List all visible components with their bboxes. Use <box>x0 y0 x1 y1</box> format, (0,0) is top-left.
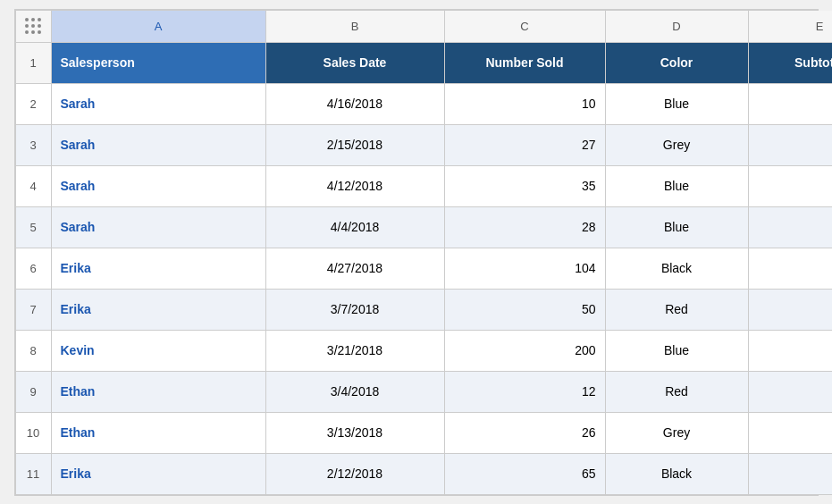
cell-number-sold[interactable]: 27 <box>445 125 606 166</box>
cell-sales-date[interactable]: 2/12/2018 <box>266 454 445 495</box>
cell-number-sold[interactable]: 35 <box>445 166 606 207</box>
cell-sales-date[interactable]: 3/7/2018 <box>266 290 445 331</box>
cell-salesperson[interactable]: Sarah <box>52 207 266 248</box>
row-num-3: 3 <box>16 125 52 166</box>
cell-sales-date[interactable]: 3/21/2018 <box>266 331 445 372</box>
row-num-11: 11 <box>16 454 52 495</box>
cell-subtotal[interactable]: $54.08 <box>749 413 833 454</box>
col-header-b[interactable]: B <box>266 11 445 43</box>
cell-salesperson[interactable]: Sarah <box>52 84 266 125</box>
cell-salesperson[interactable]: Ethan <box>52 413 266 454</box>
grid: A B C D E 1 Salesperson Sales Date Numbe… <box>15 10 818 495</box>
cell-subtotal[interactable]: $216.32 <box>749 248 833 290</box>
cell-number-sold[interactable]: 10 <box>445 84 606 125</box>
row-num-9: 9 <box>16 372 52 413</box>
cell-color[interactable]: Black <box>606 248 749 290</box>
cell-sales-date[interactable]: 4/4/2018 <box>266 207 445 248</box>
grid-icon <box>25 18 42 35</box>
header-salesperson: Salesperson <box>52 43 266 84</box>
cell-color[interactable]: Blue <box>606 207 749 248</box>
cell-number-sold[interactable]: 200 <box>445 331 606 372</box>
row-num-2: 2 <box>16 84 52 125</box>
cell-color[interactable]: Blue <box>606 84 749 125</box>
spreadsheet: A B C D E 1 Salesperson Sales Date Numbe… <box>14 9 819 496</box>
cell-salesperson[interactable]: Kevin <box>52 331 266 372</box>
col-header-a[interactable]: A <box>52 11 266 43</box>
col-header-c[interactable]: C <box>445 11 606 43</box>
cell-sales-date[interactable]: 4/12/2018 <box>266 166 445 207</box>
row-num-7: 7 <box>16 290 52 331</box>
row-num-5: 5 <box>16 207 52 248</box>
cell-subtotal[interactable]: $58.24 <box>749 207 833 248</box>
cell-subtotal[interactable]: $135.20 <box>749 454 833 495</box>
cell-salesperson[interactable]: Erika <box>52 248 266 290</box>
cell-subtotal[interactable]: $72.80 <box>749 166 833 207</box>
row-num-10: 10 <box>16 413 52 454</box>
cell-sales-date[interactable]: 3/13/2018 <box>266 413 445 454</box>
row-num-4: 4 <box>16 166 52 207</box>
header-color: Color <box>606 43 749 84</box>
cell-salesperson[interactable]: Sarah <box>52 125 266 166</box>
row-num-8: 8 <box>16 331 52 372</box>
cell-subtotal[interactable]: $56.16 <box>749 125 833 166</box>
cell-salesperson[interactable]: Erika <box>52 290 266 331</box>
cell-sales-date[interactable]: 4/27/2018 <box>266 248 445 290</box>
cell-sales-date[interactable]: 4/16/2018 <box>266 84 445 125</box>
cell-number-sold[interactable]: 26 <box>445 413 606 454</box>
cell-color[interactable]: Grey <box>606 125 749 166</box>
header-subtotal: Subtotal <box>749 43 833 84</box>
cell-subtotal[interactable]: $416.00 <box>749 331 833 372</box>
cell-color[interactable]: Grey <box>606 413 749 454</box>
cell-salesperson[interactable]: Ethan <box>52 372 266 413</box>
corner-cell <box>16 11 52 43</box>
cell-number-sold[interactable]: 12 <box>445 372 606 413</box>
header-number-sold: Number Sold <box>445 43 606 84</box>
cell-salesperson[interactable]: Erika <box>52 454 266 495</box>
cell-subtotal[interactable]: $104.00 <box>749 290 833 331</box>
cell-color[interactable]: Blue <box>606 331 749 372</box>
cell-number-sold[interactable]: 65 <box>445 454 606 495</box>
cell-subtotal[interactable]: $20.80 <box>749 84 833 125</box>
col-header-d[interactable]: D <box>606 11 749 43</box>
cell-sales-date[interactable]: 3/4/2018 <box>266 372 445 413</box>
header-sales-date: Sales Date <box>266 43 445 84</box>
cell-number-sold[interactable]: 28 <box>445 207 606 248</box>
cell-color[interactable]: Black <box>606 454 749 495</box>
row-num-6: 6 <box>16 248 52 290</box>
cell-sales-date[interactable]: 2/15/2018 <box>266 125 445 166</box>
cell-color[interactable]: Red <box>606 290 749 331</box>
cell-salesperson[interactable]: Sarah <box>52 166 266 207</box>
cell-subtotal[interactable]: $24.96 <box>749 372 833 413</box>
cell-number-sold[interactable]: 50 <box>445 290 606 331</box>
row-num-1: 1 <box>16 43 52 84</box>
cell-color[interactable]: Red <box>606 372 749 413</box>
cell-number-sold[interactable]: 104 <box>445 248 606 290</box>
cell-color[interactable]: Blue <box>606 166 749 207</box>
col-header-e[interactable]: E <box>749 11 833 43</box>
